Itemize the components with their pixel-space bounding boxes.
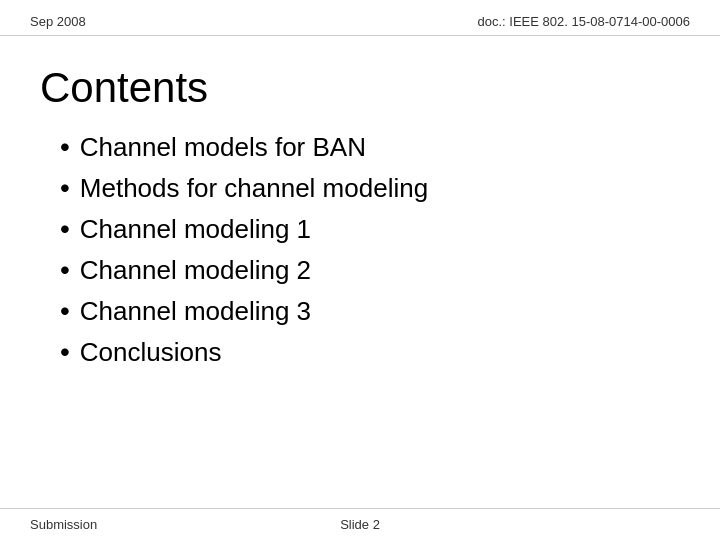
list-item: •Methods for channel modeling [60,173,680,204]
bullet-dot-icon: • [60,256,70,284]
bullet-dot-icon: • [60,297,70,325]
bullet-text: Methods for channel modeling [80,173,428,204]
bullet-text: Channel modeling 1 [80,214,311,245]
bullet-text: Channel modeling 2 [80,255,311,286]
main-content: Contents •Channel models for BAN•Methods… [0,36,720,388]
bullet-dot-icon: • [60,133,70,161]
bullet-list: •Channel models for BAN•Methods for chan… [40,132,680,368]
list-item: •Channel modeling 3 [60,296,680,327]
list-item: •Channel models for BAN [60,132,680,163]
list-item: •Channel modeling 1 [60,214,680,245]
list-item: •Channel modeling 2 [60,255,680,286]
header-date: Sep 2008 [30,14,86,29]
slide-title: Contents [40,64,680,112]
header-doc: doc.: IEEE 802. 15-08-0714-00-0006 [478,14,690,29]
bullet-dot-icon: • [60,174,70,202]
slide: Sep 2008 doc.: IEEE 802. 15-08-0714-00-0… [0,0,720,540]
footer-submission: Submission [30,517,97,532]
bullet-dot-icon: • [60,215,70,243]
bullet-text: Channel models for BAN [80,132,366,163]
bullet-text: Conclusions [80,337,222,368]
slide-footer: Submission Slide 2 [0,508,720,540]
bullet-dot-icon: • [60,338,70,366]
bullet-text: Channel modeling 3 [80,296,311,327]
list-item: •Conclusions [60,337,680,368]
slide-header: Sep 2008 doc.: IEEE 802. 15-08-0714-00-0… [0,0,720,36]
footer-slide-number: Slide 2 [340,517,380,532]
